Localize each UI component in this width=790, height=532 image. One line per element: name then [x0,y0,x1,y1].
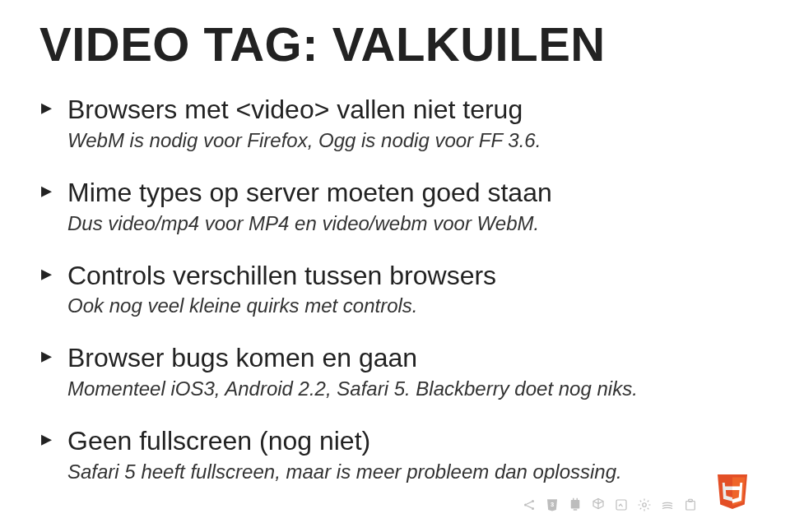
list-item: Browser bugs komen en gaan Momenteel iOS… [40,343,750,401]
bullet-main: Browsers met <video> vallen niet terug [67,95,750,125]
slide-title: VIDEO TAG: VALKUILEN [40,16,750,72]
list-item: Controls verschillen tussen browsers Ook… [40,261,750,319]
svg-point-9 [643,503,647,507]
list-item: Browsers met <video> vallen niet terug W… [40,95,750,153]
bullet-main: Geen fullscreen (nog niet) [67,426,750,456]
slide: VIDEO TAG: VALKUILEN Browsers met <video… [0,0,790,532]
bullet-sub: WebM is nodig voor Firefox, Ogg is nodig… [67,128,750,153]
bullet-main: Controls verschillen tussen browsers [67,261,750,291]
svg-rect-11 [689,499,693,502]
svg-rect-7 [577,498,579,500]
three-d-icon [591,497,606,516]
footer-icon-row: 3 [522,497,698,516]
offline-icon [683,497,698,516]
bullet-main: Mime types op server moeten goed staan [67,178,750,208]
svg-text:3: 3 [551,501,554,508]
bullet-sub: Momenteel iOS3, Android 2.2, Safari 5. B… [67,377,750,401]
html5-logo-icon [714,473,750,516]
connectivity-icon [522,497,537,516]
device-icon [568,497,583,516]
bullet-sub: Dus video/mp4 voor MP4 en video/webm voo… [67,211,750,236]
svg-rect-5 [574,509,578,511]
gear-icon [637,497,652,516]
css3-icon: 3 [545,497,560,516]
bullet-list: Browsers met <video> vallen niet terug W… [40,95,750,484]
semantics-icon [660,497,675,516]
svg-rect-6 [573,498,574,500]
bullet-main: Browser bugs komen en gaan [67,343,750,373]
svg-rect-10 [686,502,695,511]
list-item: Mime types op server moeten goed staan D… [40,178,750,236]
svg-rect-4 [571,500,580,509]
bullet-sub: Ook nog veel kleine quirks met controls. [67,294,750,318]
footer: 3 [522,473,750,516]
performance-icon [614,497,629,516]
